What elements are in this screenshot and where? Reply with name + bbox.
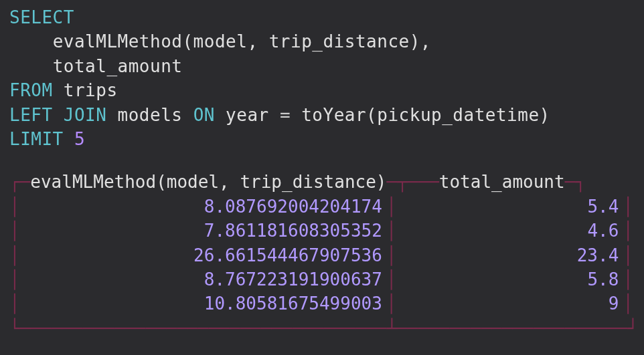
box-vertical: │ [623, 219, 633, 243]
cell-value: 26.661544467907536 [20, 243, 386, 267]
box-corner: ─┐ [565, 170, 586, 194]
table-name-2: models [118, 105, 183, 125]
kw-join: JOIN [64, 105, 107, 125]
cell-value: 8.087692004204174 [20, 195, 386, 219]
box-vertical: │ [9, 243, 20, 267]
table-name-1: trips [64, 80, 118, 100]
on-right: toYear(pickup_datetime) [301, 105, 550, 125]
table-row: │10.80581675499003│9│ [9, 291, 633, 316]
box-t: ─┬─── [387, 170, 439, 194]
result-table: ┌─evalMLMethod(model, trip_distance)─┬──… [9, 170, 633, 340]
box-vertical: │ [386, 267, 397, 291]
box-vertical: │ [9, 291, 20, 316]
kw-limit: LIMIT [9, 129, 64, 149]
sql-query: SELECT evalMLMethod(model, trip_distance… [9, 5, 635, 151]
kw-left: LEFT [9, 105, 53, 125]
box-vertical: │ [623, 243, 633, 267]
on-left: year [226, 105, 269, 125]
box-corner: ┌─ [9, 170, 30, 194]
kw-from: FROM [9, 80, 53, 100]
kw-on: ON [193, 105, 215, 125]
cell-value: 7.861181608305352 [20, 219, 386, 243]
table-row: │26.661544467907536│23.4│ [9, 243, 633, 267]
table-header-border: ┌─evalMLMethod(model, trip_distance)─┬──… [9, 170, 633, 194]
col-header-1: evalMLMethod(model, trip_distance) [30, 170, 386, 194]
box-vertical: │ [386, 291, 397, 316]
cell-value: 5.4 [397, 195, 623, 219]
cell-value: 9 [397, 291, 623, 316]
cell-value: 8.767223191900637 [20, 267, 386, 291]
cell-value: 23.4 [397, 243, 623, 267]
select-expr-1: evalMLMethod(model, trip_distance), [53, 31, 431, 51]
eq-op: = [280, 105, 291, 125]
cell-value: 10.80581675499003 [20, 291, 386, 316]
box-vertical: │ [9, 195, 20, 219]
box-vertical: │ [386, 219, 397, 243]
col-header-2: total_amount [439, 170, 565, 194]
box-vertical: │ [386, 243, 397, 267]
kw-select: SELECT [9, 7, 74, 27]
limit-value: 5 [74, 129, 85, 149]
table-row: │8.087692004204174│5.4│ [9, 195, 633, 219]
cell-value: 5.8 [397, 267, 623, 291]
box-vertical: │ [9, 267, 20, 291]
table-footer-border: └───────────────────────────────────┴───… [9, 316, 633, 340]
box-vertical: │ [623, 291, 633, 316]
box-vertical: │ [623, 195, 633, 219]
box-vertical: │ [623, 267, 633, 291]
select-expr-2: total_amount [53, 56, 183, 76]
box-vertical: │ [386, 195, 397, 219]
table-row: │8.767223191900637│5.8│ [9, 267, 633, 291]
table-row: │7.861181608305352│4.6│ [9, 219, 633, 243]
box-vertical: │ [9, 219, 20, 243]
cell-value: 4.6 [397, 219, 623, 243]
